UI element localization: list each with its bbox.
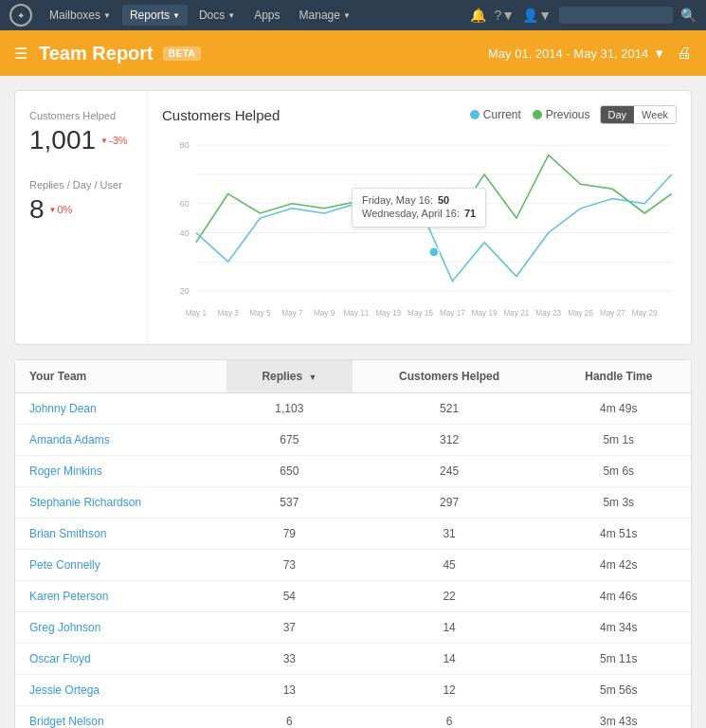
replies-per-day-stat: Replies / Day / User 8 0% — [29, 179, 133, 225]
col-header-replies[interactable]: Replies ▼ — [226, 360, 353, 393]
app-logo: ✦ — [9, 4, 32, 27]
agent-name[interactable]: Jessie Ortega — [15, 674, 226, 705]
svg-text:May 19: May 19 — [472, 309, 498, 318]
agent-replies: 37 — [226, 611, 353, 643]
stats-chart-section: Customers Helped 1,001 -3% Replies / Day… — [14, 90, 692, 345]
table-row: Amanda Adams 675 312 5m 1s — [15, 424, 691, 455]
col-header-helped[interactable]: Customers Helped — [353, 360, 547, 393]
nav-reports[interactable]: Reports ▼ — [122, 5, 188, 26]
svg-text:May 27: May 27 — [600, 309, 625, 318]
agent-name[interactable]: Johnny Dean — [15, 392, 226, 424]
table-row: Jessie Ortega 13 12 5m 56s — [15, 674, 691, 705]
agent-replies: 1,103 — [226, 392, 353, 424]
svg-text:80: 80 — [179, 140, 189, 150]
current-dot — [470, 110, 480, 119]
svg-text:60: 60 — [179, 199, 189, 209]
top-navigation: ✦ Mailboxes ▼ Reports ▼ Docs ▼ Apps Mana… — [0, 0, 706, 30]
table-header-row: Your Team Replies ▼ Customers Helped Han… — [15, 360, 691, 393]
stat-change-replies: 0% — [49, 204, 73, 215]
agent-helped: 297 — [353, 486, 547, 518]
table-row: Roger Minkins 650 245 5m 6s — [15, 455, 691, 486]
svg-point-10 — [429, 247, 439, 257]
col-header-handle-time[interactable]: Handle Time — [547, 360, 691, 393]
svg-text:May 5: May 5 — [249, 309, 271, 318]
agent-replies: 675 — [226, 424, 353, 455]
chevron-down-icon: ▼ — [343, 11, 351, 20]
col-header-team: Your Team — [15, 360, 226, 393]
stat-label-customers: Customers Helped — [29, 110, 133, 121]
svg-text:May 21: May 21 — [504, 309, 530, 318]
nav-docs[interactable]: Docs ▼ — [191, 5, 243, 26]
stat-label-replies: Replies / Day / User — [29, 179, 133, 191]
svg-text:May 15: May 15 — [407, 309, 433, 318]
toggle-day-button[interactable]: Day — [601, 106, 635, 123]
table-row: Karen Peterson 54 22 4m 46s — [15, 580, 691, 611]
agent-name[interactable]: Karen Peterson — [15, 580, 226, 611]
team-table: Your Team Replies ▼ Customers Helped Han… — [15, 360, 691, 728]
customers-helped-stat: Customers Helped 1,001 -3% — [29, 110, 133, 155]
user-icon[interactable]: 👤▼ — [522, 8, 552, 23]
svg-text:May 9: May 9 — [314, 309, 335, 318]
svg-text:20: 20 — [179, 286, 189, 296]
search-icon[interactable]: 🔍 — [680, 8, 697, 23]
sort-icon: ▼ — [308, 373, 317, 382]
agent-helped: 521 — [353, 392, 547, 424]
agent-name[interactable]: Amanda Adams — [15, 424, 226, 455]
team-table-section: Your Team Replies ▼ Customers Helped Han… — [14, 359, 692, 728]
nav-manage[interactable]: Manage ▼ — [292, 5, 358, 26]
agent-name[interactable]: Brian Smithson — [15, 518, 226, 549]
table-row: Brian Smithson 79 31 4m 51s — [15, 518, 691, 549]
agent-name[interactable]: Roger Minkins — [15, 455, 226, 486]
agent-helped: 245 — [353, 455, 547, 486]
agent-name[interactable]: Oscar Floyd — [15, 643, 226, 674]
agent-handle-time: 5m 56s — [547, 674, 691, 705]
chevron-down-icon: ▼ — [227, 11, 235, 20]
stat-change-customers: -3% — [100, 135, 127, 146]
svg-text:May 25: May 25 — [568, 309, 593, 318]
svg-text:May 17: May 17 — [440, 309, 465, 318]
nav-apps[interactable]: Apps — [246, 5, 287, 26]
help-icon[interactable]: ?▼ — [494, 8, 515, 23]
chevron-down-icon: ▼ — [172, 11, 180, 20]
speaker-icon[interactable]: 🔔 — [470, 8, 486, 23]
table-row: Greg Johnson 37 14 4m 34s — [15, 611, 691, 643]
date-range-picker[interactable]: May 01, 2014 - May 31, 2014 ▼ — [488, 46, 665, 61]
agent-handle-time: 4m 34s — [547, 611, 691, 643]
table-row: Bridget Nelson 6 6 3m 43s — [15, 705, 691, 728]
agent-helped: 14 — [353, 611, 547, 643]
agent-replies: 73 — [226, 549, 353, 580]
agent-replies: 6 — [226, 705, 353, 728]
agent-replies: 650 — [226, 455, 353, 486]
stats-panel: Customers Helped 1,001 -3% Replies / Day… — [15, 91, 148, 344]
agent-name[interactable]: Greg Johnson — [15, 611, 226, 643]
print-icon[interactable]: 🖨 — [677, 45, 692, 62]
chart-panel: Customers Helped Current Previous Day We… — [148, 91, 691, 344]
agent-handle-time: 5m 11s — [547, 643, 691, 674]
svg-text:May 23: May 23 — [535, 309, 561, 318]
menu-icon[interactable]: ☰ — [14, 45, 27, 63]
table-row: Oscar Floyd 33 14 5m 11s — [15, 643, 691, 674]
agent-replies: 54 — [226, 580, 353, 611]
agent-helped: 312 — [353, 424, 547, 455]
agent-handle-time: 5m 6s — [547, 455, 691, 486]
svg-text:May 7: May 7 — [281, 309, 303, 318]
table-row: Johnny Dean 1,103 521 4m 49s — [15, 392, 691, 424]
svg-text:May 29: May 29 — [632, 309, 658, 318]
agent-name[interactable]: Bridget Nelson — [15, 705, 226, 728]
nav-icon-group: 🔔 ?▼ 👤▼ 🔍 — [470, 7, 697, 24]
agent-replies: 33 — [226, 643, 353, 674]
chevron-down-icon: ▼ — [103, 11, 111, 20]
chart-container: 80 60 40 20 May 1 May 3 May 5 May 7 May — [162, 136, 677, 330]
agent-replies: 79 — [226, 518, 353, 549]
nav-mailboxes[interactable]: Mailboxes ▼ — [42, 5, 118, 26]
agent-helped: 31 — [353, 518, 547, 549]
agent-name[interactable]: Stephanie Richardson — [15, 486, 226, 518]
chart-toggle: Day Week — [600, 105, 677, 124]
agent-helped: 45 — [353, 549, 547, 580]
agent-name[interactable]: Pete Connelly — [15, 549, 226, 580]
agent-replies: 537 — [226, 486, 353, 518]
table-row: Pete Connelly 73 45 4m 42s — [15, 549, 691, 580]
search-input[interactable] — [559, 7, 673, 24]
toggle-week-button[interactable]: Week — [634, 106, 676, 123]
page-header: ☰ Team Report BETA May 01, 2014 - May 31… — [0, 30, 706, 76]
